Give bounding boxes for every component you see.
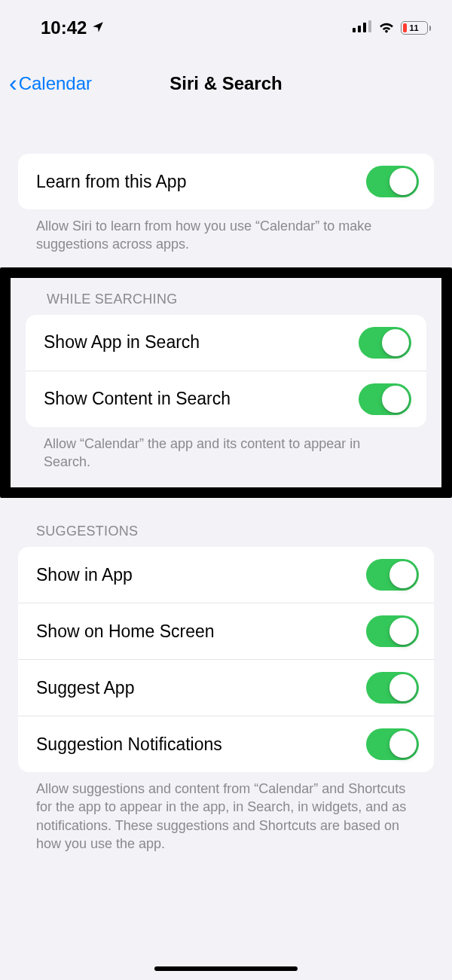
- row-suggest-app[interactable]: Suggest App: [18, 659, 434, 716]
- row-show-content-in-search[interactable]: Show Content in Search: [26, 371, 426, 427]
- row-show-app-in-search[interactable]: Show App in Search: [26, 315, 426, 371]
- toggle-learn-from-app[interactable]: [366, 166, 419, 197]
- status-bar: 10:42 11: [0, 0, 452, 45]
- wifi-icon: [377, 20, 396, 36]
- toggle-show-app-in-search[interactable]: [359, 327, 411, 359]
- svg-rect-3: [368, 20, 371, 32]
- page-title: Siri & Search: [170, 73, 282, 94]
- section-footer: Allow suggestions and content from “Cale…: [0, 772, 452, 853]
- row-learn-from-app[interactable]: Learn from this App: [18, 154, 434, 209]
- home-indicator[interactable]: [154, 966, 298, 971]
- status-left: 10:42: [41, 17, 105, 38]
- row-label: Suggest App: [36, 678, 134, 698]
- section-learn: Learn from this App Allow Siri to learn …: [0, 154, 452, 254]
- svg-rect-2: [363, 23, 366, 32]
- status-right: 11: [353, 20, 432, 36]
- toggle-show-in-app[interactable]: [366, 559, 419, 591]
- cellular-icon: [353, 20, 372, 35]
- chevron-left-icon: ‹: [9, 71, 17, 95]
- toggle-suggest-app[interactable]: [366, 672, 419, 704]
- row-show-in-app[interactable]: Show in App: [18, 547, 434, 603]
- toggle-show-on-home-screen[interactable]: [366, 615, 419, 647]
- back-label: Calendar: [19, 73, 92, 94]
- svg-rect-0: [353, 28, 356, 32]
- row-label: Show Content in Search: [44, 389, 231, 409]
- group-suggestions: Show in App Show on Home Screen Suggest …: [18, 547, 434, 772]
- toggle-suggestion-notifications[interactable]: [366, 728, 419, 760]
- row-label: Learn from this App: [36, 172, 186, 192]
- toggle-show-content-in-search[interactable]: [359, 383, 411, 415]
- group-learn: Learn from this App: [18, 154, 434, 209]
- row-label: Show in App: [36, 565, 133, 585]
- row-show-on-home-screen[interactable]: Show on Home Screen: [18, 603, 434, 659]
- battery-icon: 11: [401, 21, 432, 35]
- status-time: 10:42: [41, 17, 87, 38]
- back-button[interactable]: ‹ Calendar: [9, 72, 92, 95]
- location-icon: [91, 17, 105, 38]
- nav-bar: ‹ Calendar Siri & Search: [0, 60, 452, 107]
- row-label: Suggestion Notifications: [36, 734, 222, 755]
- battery-percent: 11: [409, 23, 418, 32]
- section-header: WHILE SEARCHING: [11, 290, 441, 315]
- section-footer: Allow Siri to learn from how you use “Ca…: [0, 209, 452, 254]
- row-label: Show App in Search: [44, 332, 200, 353]
- section-suggestions: SUGGESTIONS Show in App Show on Home Scr…: [0, 524, 452, 853]
- group-while-searching: Show App in Search Show Content in Searc…: [26, 315, 426, 427]
- row-suggestion-notifications[interactable]: Suggestion Notifications: [18, 716, 434, 772]
- row-label: Show on Home Screen: [36, 621, 215, 642]
- section-footer: Allow “Calendar” the app and its content…: [11, 427, 441, 472]
- svg-rect-1: [358, 26, 361, 32]
- section-header: SUGGESTIONS: [0, 524, 452, 547]
- highlight-while-searching: WHILE SEARCHING Show App in Search Show …: [0, 267, 452, 499]
